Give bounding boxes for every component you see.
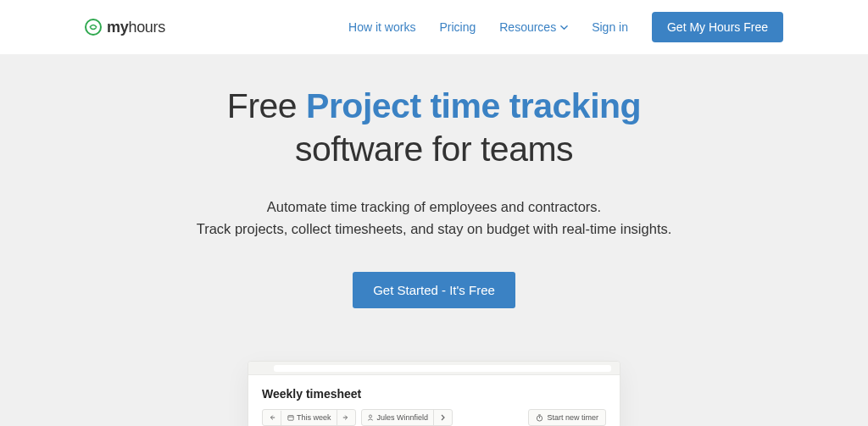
prev-week-button[interactable] (263, 411, 281, 425)
week-label-button[interactable]: This week (281, 410, 337, 425)
logo-icon (85, 19, 102, 36)
preview-body: Weekly timesheet This week (248, 375, 620, 426)
user-name-text: Jules Winnfield (377, 413, 429, 422)
week-nav-group: This week (262, 409, 356, 426)
start-timer-button[interactable]: Start new timer (528, 409, 606, 426)
logo[interactable]: myhours (85, 19, 165, 36)
user-icon (367, 414, 375, 422)
timer-icon (536, 414, 543, 422)
svg-rect-0 (287, 416, 292, 421)
hero-section: Free Project time tracking software for … (0, 54, 868, 426)
hero-cta-wrap: Get Started - It's Free (0, 272, 868, 308)
hero-title: Free Project time tracking software for … (0, 85, 868, 172)
site-header: myhours How it works Pricing Resources S… (0, 0, 868, 54)
preview-heading: Weekly timesheet (262, 387, 606, 401)
header-cta-button[interactable]: Get My Hours Free (652, 12, 783, 42)
preview-controls: This week Jules Winnfield (262, 409, 606, 426)
hero-sub-line1: Automate time tracking of employees and … (267, 199, 601, 214)
hero-title-highlight: Project time tracking (306, 86, 641, 125)
nav-resources[interactable]: Resources (499, 20, 568, 34)
nav-how-it-works[interactable]: How it works (348, 20, 415, 34)
user-dropdown-toggle[interactable] (434, 411, 452, 425)
preview-urlbar (274, 365, 611, 372)
hero-cta-button[interactable]: Get Started - It's Free (353, 272, 515, 308)
user-selector[interactable]: Jules Winnfield (361, 409, 453, 426)
nav-sign-in[interactable]: Sign in (592, 20, 628, 34)
hero-title-pre: Free (227, 86, 306, 125)
hero-title-post: software for teams (295, 130, 573, 169)
arrow-left-icon (268, 414, 275, 422)
logo-text: myhours (107, 19, 165, 36)
caret-right-icon (439, 414, 447, 422)
start-timer-label: Start new timer (547, 413, 598, 422)
week-label-text: This week (297, 413, 331, 422)
calendar-icon (287, 414, 294, 422)
main-nav: How it works Pricing Resources Sign in G… (348, 12, 783, 42)
arrow-right-icon (342, 414, 350, 422)
hero-subtitle: Automate time tracking of employees and … (0, 196, 868, 241)
preview-titlebar (248, 362, 620, 375)
next-week-button[interactable] (337, 411, 355, 425)
nav-pricing[interactable]: Pricing (439, 20, 476, 34)
hero-sub-line2: Track projects, collect timesheets, and … (197, 221, 672, 236)
nav-resources-label: Resources (499, 20, 556, 34)
chevron-down-icon (560, 24, 568, 31)
app-preview: Weekly timesheet This week (248, 361, 620, 426)
svg-point-2 (369, 415, 371, 418)
